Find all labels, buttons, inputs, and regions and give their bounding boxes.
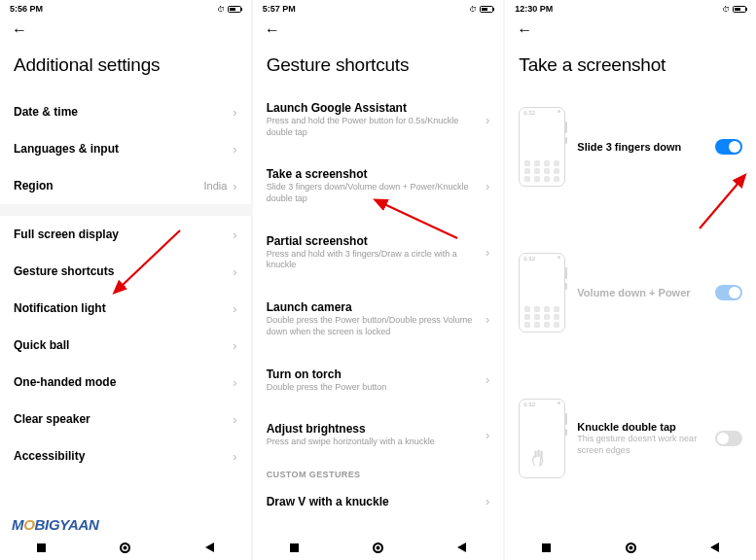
nav-back-icon[interactable] (205, 542, 214, 552)
option-label: Knuckle double tap (577, 421, 703, 433)
row-full-screen-display[interactable]: Full screen display › (0, 216, 251, 253)
gesture-list: Launch Google Assistant Press and hold t… (253, 93, 504, 520)
nav-recents-icon[interactable] (290, 543, 299, 552)
toggle-knuckle-tap[interactable] (715, 431, 742, 446)
back-icon[interactable]: ← (517, 21, 532, 39)
option-volume-power: 6:32 Volume down + Power (505, 239, 756, 346)
nav-home-icon[interactable] (626, 542, 636, 553)
row-clear-speaker[interactable]: Clear speaker › (0, 401, 251, 438)
page-title: Additional settings (0, 45, 251, 93)
nav-bar (253, 535, 504, 560)
nav-recents-icon[interactable] (37, 543, 46, 552)
back-icon[interactable]: ← (265, 21, 280, 39)
toggle-volume-power[interactable] (715, 285, 742, 300)
row-languages-input[interactable]: Languages & input › (0, 130, 251, 167)
battery-icon (228, 6, 241, 13)
nav-bar (0, 535, 251, 560)
panel-gesture-shortcuts: 5:57 PM ⏱ ← Gesture shortcuts Launch Goo… (253, 0, 504, 560)
chevron-right-icon: › (486, 494, 489, 508)
chevron-right-icon: › (486, 113, 489, 127)
chevron-right-icon: › (486, 428, 489, 442)
chevron-right-icon: › (233, 179, 236, 193)
phone-mock-icon: 6:32 (519, 107, 565, 187)
chevron-right-icon: › (233, 264, 236, 279)
chevron-right-icon: › (233, 449, 236, 464)
chevron-right-icon: › (233, 338, 236, 353)
status-bar: 12:30 PM ⏱ (505, 0, 756, 18)
header-bar: ← (505, 18, 756, 45)
nav-recents-icon[interactable] (542, 543, 551, 552)
chevron-right-icon: › (486, 312, 489, 327)
page-title: Gesture shortcuts (253, 45, 504, 93)
option-label: Slide 3 fingers down (577, 141, 703, 153)
status-time: 5:56 PM (10, 4, 43, 14)
status-right: ⏱ (722, 5, 746, 14)
alarm-icon: ⏱ (722, 5, 730, 14)
nav-home-icon[interactable] (120, 542, 130, 553)
chevron-right-icon: › (233, 142, 236, 157)
status-time: 5:57 PM (263, 4, 296, 14)
row-partial-screenshot[interactable]: Partial screenshot Press and hold with 3… (253, 227, 504, 279)
section-divider (0, 204, 251, 216)
status-time: 12:30 PM (515, 4, 553, 14)
chevron-right-icon: › (233, 301, 236, 316)
row-value: India (203, 180, 227, 192)
nav-home-icon[interactable] (373, 542, 383, 553)
row-take-screenshot[interactable]: Take a screenshot Slide 3 fingers down/V… (253, 159, 504, 212)
row-region[interactable]: Region India › (0, 167, 251, 204)
battery-icon (733, 6, 746, 13)
back-icon[interactable]: ← (12, 21, 27, 39)
nav-bar (505, 535, 756, 560)
alarm-icon: ⏱ (469, 5, 477, 14)
alarm-icon: ⏱ (217, 5, 225, 14)
phone-mock-icon: 6:32 (519, 399, 565, 478)
chevron-right-icon: › (233, 412, 236, 427)
option-knuckle-tap: 6:32 Knuckle double tap This gesture doe… (505, 385, 756, 492)
header-bar: ← (0, 18, 251, 45)
option-label: Volume down + Power (577, 287, 703, 298)
row-draw-v-knuckle[interactable]: Draw V with a knuckle › (253, 483, 504, 520)
nav-back-icon[interactable] (710, 542, 719, 552)
chevron-right-icon: › (486, 245, 489, 260)
row-turn-on-torch[interactable]: Turn on torch Double press the Power but… (253, 360, 504, 402)
chevron-right-icon: › (486, 179, 489, 193)
section-label: CUSTOM GESTURES (253, 456, 504, 483)
status-right: ⏱ (217, 5, 241, 14)
toggle-slide-3-fingers[interactable] (715, 139, 742, 155)
row-adjust-brightness[interactable]: Adjust brightness Press and swipe horizo… (253, 414, 504, 456)
status-bar: 5:56 PM ⏱ (0, 0, 251, 18)
settings-list: Date & time › Languages & input › Region… (0, 93, 251, 474)
header-bar: ← (253, 18, 504, 45)
chevron-right-icon: › (233, 375, 236, 390)
phone-mock-icon: 6:32 (519, 253, 565, 332)
row-launch-camera[interactable]: Launch camera Double press the Power but… (253, 293, 504, 345)
chevron-right-icon: › (486, 372, 489, 387)
row-notification-light[interactable]: Notification light › (0, 290, 251, 327)
status-right: ⏱ (469, 5, 493, 14)
row-quick-ball[interactable]: Quick ball › (0, 327, 251, 364)
panel-take-screenshot: 12:30 PM ⏱ ← Take a screenshot 6:32 Slid… (505, 0, 756, 560)
nav-back-icon[interactable] (457, 542, 466, 552)
row-date-time[interactable]: Date & time › (0, 93, 251, 130)
row-accessibility[interactable]: Accessibility › (0, 438, 251, 474)
option-sub: This gesture doesn't work near screen ed… (577, 434, 703, 456)
hand-icon (527, 446, 551, 470)
watermark: MOBIGYAAN (12, 516, 99, 533)
row-gesture-shortcuts[interactable]: Gesture shortcuts › (0, 253, 251, 290)
battery-icon (480, 6, 493, 13)
chevron-right-icon: › (233, 228, 236, 242)
row-one-handed-mode[interactable]: One-handed mode › (0, 364, 251, 401)
panel-additional-settings: 5:56 PM ⏱ ← Additional settings Date & t… (0, 0, 251, 560)
status-bar: 5:57 PM ⏱ (253, 0, 504, 18)
chevron-right-icon: › (233, 105, 236, 120)
row-launch-google-assistant[interactable]: Launch Google Assistant Press and hold t… (253, 93, 504, 146)
option-slide-3-fingers: 6:32 Slide 3 fingers down (505, 93, 756, 200)
page-title: Take a screenshot (505, 45, 756, 93)
